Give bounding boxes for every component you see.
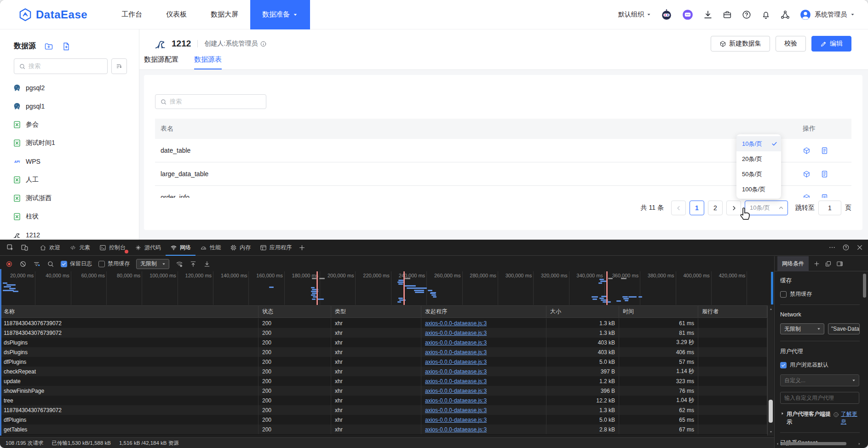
view-data-icon[interactable]: [821, 170, 828, 178]
network-request-row[interactable]: checkRepeat200xhraxios-0.0.0-dataease.js…: [0, 367, 767, 376]
panel-vertical-scrollbar[interactable]: [862, 273, 867, 443]
more-tabs-icon[interactable]: [298, 244, 306, 252]
network-request-row[interactable]: 1187843043076739072200xhraxios-0.0.0-dat…: [0, 405, 767, 415]
initiator-link[interactable]: axios-0.0.0-dataease.js:3: [425, 388, 487, 394]
download-icon[interactable]: [703, 10, 713, 20]
page-button-2[interactable]: 2: [708, 201, 723, 215]
network-column-header-状态[interactable]: 状态: [259, 306, 331, 317]
inspect-element-icon[interactable]: [6, 244, 14, 252]
network-request-row[interactable]: getTables200xhraxios-0.0.0-dataease.js:3…: [0, 425, 767, 434]
devtools-tab-性能[interactable]: 性能: [195, 240, 225, 256]
record-icon[interactable]: [6, 260, 13, 268]
scrollbar-thumb[interactable]: [863, 274, 866, 298]
network-column-header-时间[interactable]: 时间: [619, 306, 698, 317]
network-overview[interactable]: 20,000 ms40,000 ms60,000 ms80,000 ms100,…: [0, 271, 767, 305]
info-icon[interactable]: [260, 40, 267, 47]
network-column-header-发起程序[interactable]: 发起程序: [421, 306, 546, 317]
disable-cache-checkbox[interactable]: 禁用缓存: [98, 260, 130, 268]
initiator-link[interactable]: axios-0.0.0-dataease.js:3: [425, 330, 487, 336]
search-icon[interactable]: [47, 260, 54, 268]
sidebar-search-input[interactable]: 搜索: [14, 58, 108, 74]
view-data-icon[interactable]: [821, 147, 828, 155]
initiator-link[interactable]: axios-0.0.0-dataease.js:3: [425, 407, 487, 414]
datasource-item-pgsql1[interactable]: pgsql1: [0, 97, 139, 115]
panel-throttle-select[interactable]: 无限制: [780, 323, 824, 334]
network-request-row[interactable]: tree200xhraxios-0.0.0-dataease.js:312.2 …: [0, 396, 767, 405]
datasource-item-WPS[interactable]: APIWPS: [0, 152, 139, 171]
panel-disable-cache-checkbox[interactable]: 禁用缓存: [780, 290, 860, 298]
sort-button[interactable]: [111, 58, 127, 74]
ua-client-hints-label[interactable]: 用户代理客户端提示: [787, 410, 831, 426]
devtools-tab-元素[interactable]: 元素: [65, 240, 95, 256]
jump-page-input[interactable]: 1: [818, 201, 841, 215]
import-har-icon[interactable]: [190, 260, 197, 268]
initiator-link[interactable]: axios-0.0.0-dataease.js:3: [425, 359, 487, 365]
network-conditions-icon[interactable]: [176, 260, 183, 268]
page-button-1[interactable]: 1: [690, 201, 704, 215]
nav-item-数据准备[interactable]: 数据准备: [250, 0, 310, 29]
save-data-button[interactable]: "Save-Data: [828, 323, 860, 334]
export-har-icon[interactable]: [203, 260, 211, 268]
create-dataset-icon[interactable]: [803, 170, 811, 178]
dataease-logo[interactable]: DataEase: [18, 8, 87, 22]
devtools-tab-控制台[interactable]: 控制台: [95, 240, 130, 256]
devtools-tab-源代码[interactable]: 源代码: [130, 240, 166, 256]
network-request-row[interactable]: 1187843043076739072200xhraxios-0.0.0-dat…: [0, 318, 767, 328]
add-drawer-tab-icon[interactable]: [813, 260, 820, 267]
clear-icon[interactable]: [19, 260, 27, 268]
devtools-tab-欢迎[interactable]: 欢迎: [35, 240, 65, 256]
share-org-icon[interactable]: [780, 10, 790, 20]
scroll-down-icon[interactable]: [769, 430, 773, 434]
scroll-right-icon[interactable]: [857, 442, 861, 446]
network-scrollbar[interactable]: [767, 305, 774, 436]
scrollbar-thumb[interactable]: [781, 442, 846, 445]
tab-network-conditions[interactable]: 网络条件: [777, 256, 809, 271]
create-dataset-icon[interactable]: [803, 194, 811, 198]
initiator-link[interactable]: axios-0.0.0-dataease.js:3: [425, 320, 487, 327]
initiator-link[interactable]: axios-0.0.0-dataease.js:3: [425, 426, 487, 433]
page-size-option-50条/页[interactable]: 50条/页: [736, 167, 781, 182]
datasource-item-测试时间1[interactable]: 测试时间1: [0, 134, 139, 152]
edit-button[interactable]: 编辑: [811, 36, 851, 52]
initiator-link[interactable]: axios-0.0.0-dataease.js:3: [425, 349, 487, 356]
user-menu[interactable]: 系统管理员: [799, 9, 855, 21]
devtools-tab-内存[interactable]: 内存: [225, 240, 255, 256]
new-folder-icon[interactable]: [44, 42, 53, 51]
page-size-option-100条/页[interactable]: 100条/页: [736, 182, 781, 197]
datasource-item-人工[interactable]: 人工: [0, 171, 139, 189]
network-request-row[interactable]: dfPlugins200xhraxios-0.0.0-dataease.js:3…: [0, 357, 767, 367]
create-dataset-icon[interactable]: [803, 147, 811, 155]
network-request-row[interactable]: dsPlugins200xhraxios-0.0.0-dataease.js:3…: [0, 347, 767, 357]
datasource-item-参会[interactable]: 参会: [0, 115, 139, 134]
network-request-row[interactable]: showFinishPage200xhraxios-0.0.0-dataease…: [0, 386, 767, 396]
devtools-tab-应用程序[interactable]: 应用程序: [255, 240, 296, 256]
preserve-log-checkbox[interactable]: 保留日志: [61, 260, 92, 268]
throttle-select[interactable]: 无限制: [136, 259, 169, 269]
scroll-left-icon[interactable]: [776, 442, 779, 446]
learn-more-link[interactable]: 了解更息: [841, 410, 860, 426]
devtools-tab-网络[interactable]: 网络: [166, 240, 195, 256]
nav-item-仪表板[interactable]: 仪表板: [154, 0, 199, 29]
devtools-close-icon[interactable]: [856, 244, 863, 251]
network-column-header-类型[interactable]: 类型: [331, 306, 421, 317]
page-size-option-20条/页[interactable]: 20条/页: [736, 151, 781, 167]
panel-horizontal-scrollbar[interactable]: [776, 442, 861, 446]
dock-panel-icon[interactable]: [836, 260, 843, 267]
initiator-link[interactable]: axios-0.0.0-dataease.js:3: [425, 378, 487, 385]
network-column-header-大小[interactable]: 大小: [546, 306, 619, 317]
view-data-icon[interactable]: [821, 194, 828, 198]
page-size-option-10条/页[interactable]: 10条/页: [736, 136, 781, 151]
initiator-link[interactable]: axios-0.0.0-dataease.js:3: [425, 417, 487, 423]
help-icon[interactable]: [742, 10, 752, 20]
filter-icon[interactable]: [33, 260, 40, 268]
nav-item-数据大屏[interactable]: 数据大屏: [199, 0, 250, 29]
devtools-help-icon[interactable]: [842, 244, 850, 251]
table-search-input[interactable]: 搜索: [155, 94, 266, 109]
network-request-row[interactable]: dfPlugins200xhraxios-0.0.0-dataease.js:3…: [0, 415, 767, 425]
toolbox-icon[interactable]: [722, 10, 732, 20]
notification-bell-icon[interactable]: [761, 10, 771, 20]
validate-button[interactable]: 校验: [776, 36, 806, 52]
new-datasource-icon[interactable]: [62, 42, 71, 51]
new-dataset-button[interactable]: 新建数据集: [711, 36, 770, 52]
device-toolbar-icon[interactable]: [21, 244, 29, 252]
